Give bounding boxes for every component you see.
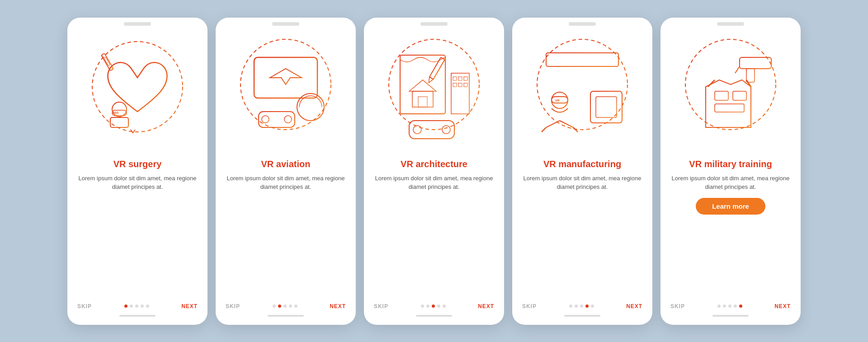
card-vr-manufacturing: VR VR manufacturing Lorem ipsum dolor si… [512, 18, 652, 325]
svg-point-20 [389, 39, 479, 130]
card-title-surgery: VR surgery [113, 159, 162, 169]
dot-2 [580, 305, 583, 308]
next-label[interactable]: NEXT [626, 303, 642, 309]
bottom-bar [119, 315, 156, 317]
svg-rect-26 [429, 57, 445, 79]
dot-3 [734, 305, 737, 308]
dot-2 [728, 305, 731, 308]
dot-1 [426, 305, 429, 308]
card-footer-military: SKIP NEXT [660, 303, 801, 309]
card-title-manufacturing: VR manufacturing [543, 159, 621, 169]
dot-0 [273, 305, 276, 308]
learn-more-button[interactable]: Learn more [696, 198, 765, 215]
dot-2 [135, 305, 138, 308]
dot-3 [289, 305, 292, 308]
card-footer-manufacturing: SKIP NEXT [512, 303, 652, 309]
svg-line-81 [708, 80, 715, 87]
phone-notch [124, 22, 151, 26]
icon-area-manufacturing: VR [512, 26, 652, 157]
svg-rect-33 [453, 83, 457, 87]
svg-point-16 [262, 116, 269, 123]
dot-0 [717, 305, 721, 308]
dot-3 [585, 305, 589, 308]
svg-line-77 [735, 66, 740, 73]
next-label[interactable]: NEXT [478, 303, 494, 309]
svg-line-71 [560, 121, 573, 127]
svg-rect-42 [546, 53, 618, 66]
svg-line-28 [439, 60, 443, 62]
svg-line-6 [112, 70, 115, 75]
dot-1 [130, 305, 133, 308]
phone-notch [717, 22, 744, 26]
card-title-aviation: VR aviation [261, 159, 311, 169]
svg-rect-31 [458, 77, 462, 80]
phone-notch [420, 22, 448, 26]
skip-label[interactable]: SKIP [77, 303, 92, 309]
svg-rect-5 [101, 53, 113, 71]
dot-4 [443, 305, 446, 308]
svg-text:360: 360 [113, 111, 119, 115]
svg-rect-35 [464, 83, 467, 87]
dot-0 [124, 305, 127, 308]
next-label[interactable]: NEXT [330, 303, 346, 309]
card-footer-aviation: SKIP NEXT [216, 303, 356, 309]
svg-rect-30 [453, 77, 457, 80]
svg-rect-15 [259, 112, 295, 127]
card-desc-architecture: Lorem ipsum dolor sit dim amet, mea regi… [375, 174, 493, 192]
dot-2 [432, 305, 435, 308]
card-vr-architecture: VR architecture Lorem ipsum dolor sit di… [364, 18, 504, 325]
card-desc-surgery: Lorem ipsum dolor sit dim amet, mea regi… [78, 174, 197, 192]
svg-point-17 [284, 116, 292, 123]
dot-1 [575, 305, 578, 308]
pagination-dots [569, 305, 594, 308]
bottom-bar [712, 315, 749, 317]
svg-marker-27 [427, 77, 434, 84]
bottom-bar [416, 315, 452, 317]
card-vr-military: VR military training Lorem ipsum dolor s… [660, 18, 801, 325]
svg-rect-78 [715, 91, 728, 100]
skip-label[interactable]: SKIP [670, 303, 685, 309]
svg-rect-74 [740, 57, 771, 69]
icon-area-military [660, 26, 801, 157]
next-label[interactable]: NEXT [774, 303, 791, 309]
pagination-dots [124, 305, 149, 308]
svg-rect-66 [552, 97, 568, 103]
phone-notch [272, 22, 299, 26]
next-label[interactable]: NEXT [181, 303, 198, 309]
card-desc-manufacturing: Lorem ipsum dolor sit dim amet, mea regi… [523, 174, 642, 192]
svg-point-65 [552, 92, 568, 108]
skip-label[interactable]: SKIP [522, 303, 537, 309]
dot-3 [141, 305, 144, 308]
card-desc-aviation: Lorem ipsum dolor sit dim amet, mea regi… [226, 174, 345, 192]
svg-point-38 [442, 126, 450, 134]
svg-line-70 [542, 127, 546, 132]
pagination-dots [717, 305, 742, 308]
dot-4 [739, 305, 742, 308]
dot-3 [437, 305, 440, 308]
skip-label[interactable]: SKIP [226, 303, 240, 309]
dot-1 [278, 305, 281, 308]
card-footer-architecture: SKIP NEXT [364, 303, 504, 309]
svg-line-69 [546, 121, 560, 127]
icon-area-aviation [216, 26, 356, 157]
bottom-bar [564, 315, 600, 317]
icon-area-architecture [364, 26, 504, 157]
dot-4 [591, 305, 594, 308]
card-vr-surgery: 360 VR surgery Lorem ipsum dolor sit dim… [67, 18, 208, 325]
cards-container: 360 VR surgery Lorem ipsum dolor sit dim… [54, 4, 814, 338]
skip-label[interactable]: SKIP [374, 303, 388, 309]
svg-rect-10 [254, 57, 317, 98]
svg-text:VR: VR [555, 99, 560, 102]
svg-rect-22 [412, 91, 433, 107]
svg-point-37 [413, 126, 421, 134]
svg-rect-29 [451, 73, 469, 114]
pagination-dots [273, 305, 297, 308]
card-vr-aviation: VR aviation Lorem ipsum dolor sit dim am… [216, 18, 356, 325]
dot-0 [569, 305, 572, 308]
svg-rect-80 [715, 104, 744, 112]
icon-area-surgery: 360 [67, 26, 208, 157]
svg-rect-23 [418, 97, 427, 107]
pagination-dots [421, 305, 446, 308]
card-title-military: VR military training [689, 159, 772, 169]
svg-rect-34 [458, 83, 462, 87]
